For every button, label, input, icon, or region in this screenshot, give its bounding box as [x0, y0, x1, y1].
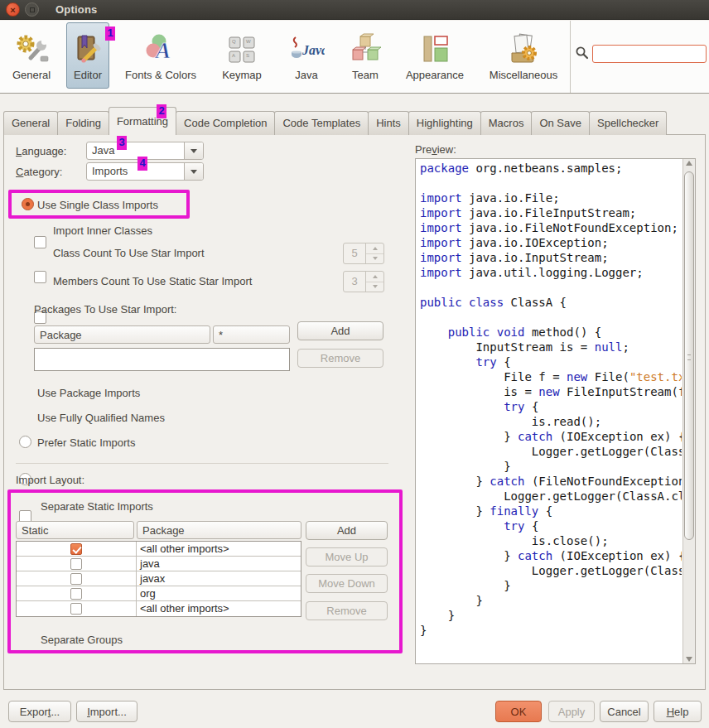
- misc-gear-docs-icon: [505, 31, 542, 67]
- help-button[interactable]: Help: [654, 701, 702, 722]
- star-table-body[interactable]: [34, 348, 290, 371]
- star-table-header-star[interactable]: *: [213, 325, 290, 344]
- row-package-cell[interactable]: org: [137, 586, 301, 600]
- class-count-spinner[interactable]: 5: [343, 243, 384, 264]
- row-static-checkbox[interactable]: [70, 543, 82, 555]
- vertical-scrollbar-thumb[interactable]: [684, 171, 694, 540]
- table-row[interactable]: java: [17, 557, 301, 571]
- use-package-imports-radio[interactable]: [19, 436, 31, 448]
- toolbar-item-general[interactable]: General: [5, 22, 58, 89]
- static-cell: [17, 557, 137, 571]
- category-value: Imports: [87, 163, 184, 180]
- row-static-checkbox[interactable]: [70, 588, 82, 600]
- restore-icon: [30, 7, 35, 12]
- table-row[interactable]: org: [17, 586, 301, 601]
- class-count-label: Class Count To Use Star Import: [53, 247, 205, 259]
- table-row[interactable]: <all other imports>: [17, 601, 301, 616]
- static-cell: [17, 571, 137, 586]
- spinner-up-icon[interactable]: [366, 272, 383, 282]
- import-button[interactable]: Import...: [76, 701, 137, 722]
- table-row[interactable]: <all other imports>: [17, 542, 301, 557]
- use-fully-qualified-label: Use Fully Qualified Names: [37, 412, 165, 424]
- titlebar[interactable]: × Options: [0, 0, 709, 20]
- members-count-label: Members Count To Use Static Star Import: [53, 275, 252, 287]
- use-single-class-imports-label: Use Single Class Imports: [37, 199, 158, 211]
- layout-table-header-static[interactable]: Static: [16, 521, 134, 539]
- toolbar-item-team[interactable]: Team: [341, 22, 389, 89]
- add-button[interactable]: Add: [306, 521, 388, 540]
- move-down-button[interactable]: Move Down: [306, 574, 388, 593]
- scroll-up-icon[interactable]: [686, 161, 692, 166]
- tab-code-templates[interactable]: Code Templates: [274, 111, 369, 135]
- separate-groups-label: Separate Groups: [41, 634, 123, 646]
- toolbar-item-editor[interactable]: Editor1: [66, 22, 109, 89]
- toolbar-item-fonts-colors[interactable]: AFonts & Colors: [118, 22, 204, 89]
- language-label: Language:: [16, 145, 66, 157]
- tab-code-completion[interactable]: Code Completion: [176, 111, 275, 135]
- toolbar-item-label: Editor: [74, 69, 102, 81]
- toolbar-item-appearance[interactable]: Appearance: [398, 22, 472, 89]
- tab-folding[interactable]: Folding: [57, 111, 109, 135]
- toolbar-item-keymap[interactable]: QWASKeymap: [212, 22, 272, 89]
- row-static-checkbox[interactable]: [70, 603, 82, 615]
- spinner-up-icon[interactable]: [366, 243, 383, 254]
- search-input[interactable]: [592, 45, 707, 63]
- remove-button[interactable]: Remove: [306, 601, 388, 620]
- row-static-checkbox[interactable]: [70, 558, 82, 570]
- ok-button[interactable]: OK: [495, 701, 542, 722]
- close-window-button[interactable]: ×: [6, 2, 20, 17]
- toolbar-item-java[interactable]: JavaJava: [280, 22, 333, 89]
- spinner-down-icon[interactable]: [366, 282, 383, 292]
- row-package-cell[interactable]: <all other imports>: [137, 601, 301, 616]
- annotation-badge-1: 1: [105, 27, 115, 41]
- language-value: Java: [87, 142, 184, 159]
- tab-on-save[interactable]: On Save: [531, 111, 590, 135]
- vertical-scrollbar[interactable]: [682, 159, 695, 663]
- restore-window-button[interactable]: [25, 2, 39, 17]
- import-inner-classes-label: Import Inner Classes: [53, 224, 152, 237]
- editor-book-icon: [70, 31, 106, 67]
- export-button[interactable]: Export...: [8, 701, 71, 722]
- tab-macros[interactable]: Macros: [480, 111, 533, 135]
- toolbar-item-label: General: [12, 69, 51, 81]
- row-package-cell[interactable]: javax: [137, 571, 301, 586]
- tab-label: Spellchecker: [597, 117, 658, 129]
- tab-spellchecker[interactable]: Spellchecker: [589, 111, 667, 135]
- tab-hints[interactable]: Hints: [368, 111, 409, 135]
- spinner-down-icon[interactable]: [366, 254, 383, 264]
- section-divider: [16, 463, 388, 464]
- editor-tabs: GeneralFoldingFormatting2Code Completion…: [3, 107, 706, 135]
- tab-label: On Save: [539, 117, 581, 129]
- tab-highlighting[interactable]: Highlighting: [408, 111, 481, 135]
- tab-formatting[interactable]: Formatting2: [109, 107, 176, 135]
- gear-wrench-icon: [13, 31, 50, 67]
- members-count-spinner[interactable]: 3: [343, 271, 384, 292]
- chevron-down-icon[interactable]: [184, 142, 203, 159]
- use-single-class-imports-radio[interactable]: [22, 198, 34, 210]
- toolbar-item-label: Java: [295, 69, 317, 81]
- use-package-imports-label: Use Package Imports: [37, 387, 140, 399]
- import-inner-classes-checkbox[interactable]: [34, 236, 46, 248]
- move-up-button[interactable]: Move Up: [306, 547, 388, 566]
- star-remove-button[interactable]: Remove: [297, 349, 383, 368]
- cancel-button[interactable]: Cancel: [600, 701, 649, 722]
- star-add-button[interactable]: Add: [297, 321, 383, 340]
- row-package-cell[interactable]: <all other imports>: [137, 542, 301, 556]
- apply-button[interactable]: Apply: [548, 701, 595, 722]
- formatting-panel: Language: Java 3 Category: Imports 4 Use…: [3, 134, 706, 690]
- tab-general[interactable]: General: [3, 111, 58, 135]
- table-row[interactable]: javax: [17, 571, 301, 586]
- scroll-down-icon[interactable]: [686, 657, 692, 662]
- row-static-checkbox[interactable]: [70, 573, 82, 585]
- category-toolbar: GeneralEditor1AFonts & ColorsQWASKeymapJ…: [0, 21, 709, 94]
- toolbar-item-miscellaneous[interactable]: Miscellaneous: [480, 22, 567, 89]
- class-count-checkbox[interactable]: [34, 271, 46, 283]
- row-package-cell[interactable]: java: [137, 557, 301, 571]
- star-table-header-package[interactable]: Package: [34, 325, 210, 344]
- packages-star-import-label: Packages To Use Star Import:: [34, 303, 176, 316]
- preview-code: package org.netbeans.samples; import jav…: [420, 161, 682, 663]
- chevron-down-icon[interactable]: [184, 163, 203, 180]
- layout-table-header-package[interactable]: Package: [137, 521, 301, 539]
- java-cup-icon: Java: [288, 31, 325, 67]
- svg-text:S: S: [246, 53, 249, 58]
